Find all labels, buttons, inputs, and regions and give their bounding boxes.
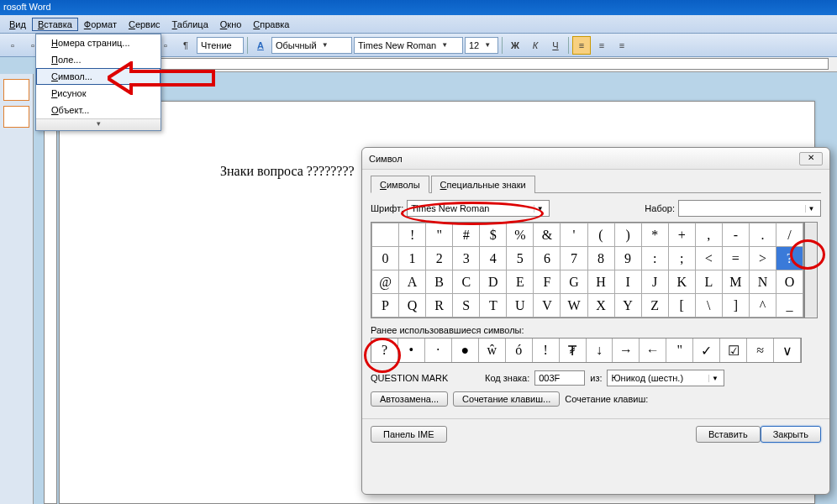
- symbol-cell[interactable]: #: [453, 223, 480, 247]
- subset-select[interactable]: ▼: [678, 200, 821, 217]
- symbol-cell[interactable]: _: [776, 294, 803, 318]
- recent-symbol-cell[interactable]: ó: [506, 339, 533, 362]
- recent-symbol-cell[interactable]: ←: [640, 339, 666, 362]
- menu-окно[interactable]: Окно: [214, 18, 248, 31]
- symbol-cell[interactable]: .: [749, 223, 776, 247]
- menu-сервис[interactable]: Сервис: [123, 18, 166, 31]
- symbol-cell[interactable]: O: [776, 270, 803, 294]
- symbol-cell[interactable]: T: [480, 294, 507, 318]
- toolbar-btn[interactable]: ¶: [176, 36, 195, 55]
- symbol-cell[interactable]: 8: [587, 247, 614, 270]
- menu-таблица[interactable]: Таблица: [166, 18, 214, 31]
- menu-item[interactable]: Номера страниц...: [36, 34, 161, 51]
- symbol-cell[interactable]: W: [561, 294, 587, 318]
- symbol-cell[interactable]: -: [722, 223, 749, 247]
- symbol-cell[interactable]: L: [695, 270, 722, 294]
- symbol-cell[interactable]: &: [534, 223, 561, 247]
- symbol-cell[interactable]: H: [587, 270, 614, 294]
- symbol-cell[interactable]: :: [641, 247, 668, 270]
- insert-button[interactable]: Вставить: [696, 426, 761, 443]
- symbol-cell[interactable]: 6: [534, 247, 561, 270]
- recent-symbol-cell[interactable]: ₮: [560, 339, 587, 362]
- recent-symbol-cell[interactable]: ☑: [720, 339, 747, 362]
- symbol-cell[interactable]: I: [614, 270, 641, 294]
- symbol-cell[interactable]: ': [561, 223, 587, 247]
- symbol-cell[interactable]: ]: [722, 294, 749, 318]
- symbol-cell[interactable]: ;: [668, 247, 695, 270]
- style-combo[interactable]: Обычный▼: [271, 37, 352, 54]
- symbol-cell[interactable]: 5: [507, 247, 534, 270]
- symbol-cell[interactable]: =: [722, 247, 749, 270]
- menu-справка[interactable]: Справка: [247, 18, 295, 31]
- symbol-cell[interactable]: ?: [776, 247, 803, 270]
- recent-symbol-cell[interactable]: ?: [371, 339, 398, 362]
- grid-scrollbar[interactable]: [804, 222, 818, 318]
- italic-btn[interactable]: К: [526, 36, 545, 55]
- align-right-icon[interactable]: ≡: [613, 36, 631, 55]
- symbol-cell[interactable]: @: [372, 270, 399, 294]
- tab-0[interactable]: Символы: [371, 176, 429, 193]
- symbol-cell[interactable]: Y: [614, 294, 641, 318]
- recent-symbol-cell[interactable]: ✓: [693, 339, 720, 362]
- font-select[interactable]: Times New Roman▼: [407, 200, 550, 217]
- symbol-cell[interactable]: ": [426, 223, 453, 247]
- symbol-cell[interactable]: [372, 223, 399, 247]
- symbol-cell[interactable]: !: [399, 223, 426, 247]
- toolbar-btn[interactable]: ▫: [3, 36, 22, 55]
- font-color-icon[interactable]: A: [251, 36, 270, 55]
- symbol-cell[interactable]: $: [480, 223, 507, 247]
- symbol-cell[interactable]: D: [480, 270, 507, 294]
- recent-symbol-cell[interactable]: ↓: [587, 339, 613, 362]
- symbol-cell[interactable]: ^: [749, 294, 776, 318]
- size-combo[interactable]: 12▼: [465, 37, 498, 54]
- symbol-cell[interactable]: F: [534, 270, 561, 294]
- align-left-icon[interactable]: ≡: [572, 36, 591, 55]
- symbol-cell[interactable]: R: [426, 294, 453, 318]
- symbol-cell[interactable]: P: [372, 294, 399, 318]
- symbol-cell[interactable]: +: [668, 223, 695, 247]
- recent-symbol-cell[interactable]: ŵ: [479, 339, 506, 362]
- symbol-cell[interactable]: ,: [695, 223, 722, 247]
- symbol-cell[interactable]: (: [587, 223, 614, 247]
- slide-thumb[interactable]: [3, 106, 29, 128]
- symbol-cell[interactable]: \: [695, 294, 722, 318]
- autocorrect-button[interactable]: Автозамена...: [371, 391, 448, 407]
- menu-вид[interactable]: Вид: [3, 18, 32, 31]
- recent-symbols[interactable]: ?•·●ŵó!₮↓→←"✓☑≈∨: [371, 338, 802, 363]
- symbol-cell[interactable]: K: [668, 270, 695, 294]
- bold-btn[interactable]: Ж: [506, 36, 524, 55]
- expand-menu-icon[interactable]: ▾: [36, 118, 161, 130]
- menu-item[interactable]: Объект...: [36, 102, 161, 118]
- recent-symbol-cell[interactable]: ": [666, 339, 693, 362]
- symbol-cell[interactable]: 7: [561, 247, 587, 270]
- symbol-cell[interactable]: ): [614, 223, 641, 247]
- close-button[interactable]: Закрыть: [761, 426, 821, 443]
- symbol-cell[interactable]: Q: [399, 294, 426, 318]
- symbol-cell[interactable]: 0: [372, 247, 399, 270]
- font-combo[interactable]: Times New Roman▼: [354, 37, 463, 54]
- symbol-cell[interactable]: G: [561, 270, 587, 294]
- recent-symbol-cell[interactable]: !: [533, 339, 560, 362]
- symbol-cell[interactable]: 4: [480, 247, 507, 270]
- symbol-cell[interactable]: X: [587, 294, 614, 318]
- symbol-cell[interactable]: %: [507, 223, 534, 247]
- menu-вставка[interactable]: Вставка: [32, 18, 78, 31]
- symbol-cell[interactable]: E: [507, 270, 534, 294]
- recent-symbol-cell[interactable]: ·: [425, 339, 452, 362]
- recent-symbol-cell[interactable]: ●: [452, 339, 479, 362]
- symbol-cell[interactable]: [: [668, 294, 695, 318]
- recent-symbol-cell[interactable]: ≈: [747, 339, 774, 362]
- symbol-grid[interactable]: !"#$%&'()*+,-./0123456789:;<=>?@ABCDEFGH…: [371, 222, 804, 318]
- symbol-cell[interactable]: C: [453, 270, 480, 294]
- underline-btn[interactable]: Ч: [546, 36, 565, 55]
- symbol-cell[interactable]: S: [453, 294, 480, 318]
- symbol-cell[interactable]: *: [641, 223, 668, 247]
- symbol-cell[interactable]: 9: [614, 247, 641, 270]
- recent-symbol-cell[interactable]: →: [613, 339, 640, 362]
- symbol-cell[interactable]: V: [534, 294, 561, 318]
- menu-формат[interactable]: Формат: [78, 18, 123, 31]
- symbol-cell[interactable]: >: [749, 247, 776, 270]
- symbol-cell[interactable]: N: [749, 270, 776, 294]
- close-icon[interactable]: ✕: [799, 152, 823, 165]
- slide-thumb[interactable]: [3, 79, 29, 101]
